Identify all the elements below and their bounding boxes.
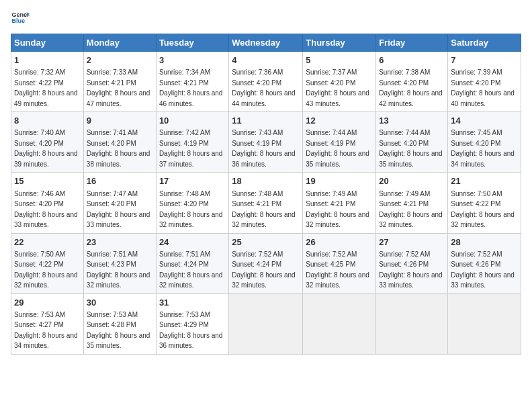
day-number: 14 xyxy=(451,115,518,127)
day-info: Sunrise: 7:53 AMSunset: 4:27 PMDaylight:… xyxy=(14,311,78,350)
weekday-header-row: SundayMondayTuesdayWednesdayThursdayFrid… xyxy=(11,34,521,52)
calendar-cell: 11Sunrise: 7:43 AMSunset: 4:19 PMDayligh… xyxy=(229,112,303,173)
weekday-header-wednesday: Wednesday xyxy=(229,34,303,52)
calendar-cell: 15Sunrise: 7:46 AMSunset: 4:20 PMDayligh… xyxy=(11,173,84,233)
calendar-cell: 18Sunrise: 7:48 AMSunset: 4:21 PMDayligh… xyxy=(229,173,303,233)
day-info: Sunrise: 7:47 AMSunset: 4:20 PMDaylight:… xyxy=(87,190,150,229)
day-number: 11 xyxy=(232,115,300,127)
calendar-cell: 22Sunrise: 7:50 AMSunset: 4:22 PMDayligh… xyxy=(11,233,84,293)
day-number: 13 xyxy=(379,115,445,127)
day-info: Sunrise: 7:32 AMSunset: 4:22 PMDaylight:… xyxy=(14,68,78,107)
day-info: Sunrise: 7:52 AMSunset: 4:24 PMDaylight:… xyxy=(232,250,296,289)
day-number: 7 xyxy=(451,54,518,66)
day-number: 20 xyxy=(379,175,445,187)
calendar-cell: 7Sunrise: 7:39 AMSunset: 4:20 PMDaylight… xyxy=(448,52,521,112)
calendar-cell: 4Sunrise: 7:36 AMSunset: 4:20 PMDaylight… xyxy=(229,52,303,112)
day-info: Sunrise: 7:52 AMSunset: 4:25 PMDaylight:… xyxy=(306,250,369,289)
day-info: Sunrise: 7:40 AMSunset: 4:20 PMDaylight:… xyxy=(14,129,78,168)
calendar-cell: 23Sunrise: 7:51 AMSunset: 4:23 PMDayligh… xyxy=(83,233,156,293)
day-number: 15 xyxy=(14,175,81,187)
calendar-cell: 5Sunrise: 7:37 AMSunset: 4:20 PMDaylight… xyxy=(303,52,376,112)
day-number: 12 xyxy=(306,115,373,127)
day-number: 19 xyxy=(306,175,373,187)
day-number: 9 xyxy=(87,115,153,127)
weekday-header-saturday: Saturday xyxy=(448,34,521,52)
day-number: 1 xyxy=(14,54,81,66)
day-number: 4 xyxy=(232,54,300,66)
day-info: Sunrise: 7:51 AMSunset: 4:23 PMDaylight:… xyxy=(87,250,150,289)
calendar-cell: 17Sunrise: 7:48 AMSunset: 4:20 PMDayligh… xyxy=(156,173,228,233)
calendar-cell: 3Sunrise: 7:34 AMSunset: 4:21 PMDaylight… xyxy=(156,52,228,112)
calendar-cell: 20Sunrise: 7:49 AMSunset: 4:21 PMDayligh… xyxy=(376,173,448,233)
calendar-cell: 29Sunrise: 7:53 AMSunset: 4:27 PMDayligh… xyxy=(11,293,84,354)
weekday-header-monday: Monday xyxy=(83,34,156,52)
day-number: 3 xyxy=(159,54,226,66)
weekday-header-thursday: Thursday xyxy=(303,34,376,52)
page-container: General Blue SundayMondayTuesdayWednesda… xyxy=(0,0,532,360)
logo-icon: General Blue xyxy=(11,8,30,27)
day-info: Sunrise: 7:53 AMSunset: 4:28 PMDaylight:… xyxy=(87,311,150,350)
day-info: Sunrise: 7:43 AMSunset: 4:19 PMDaylight:… xyxy=(232,129,296,168)
calendar-cell: 31Sunrise: 7:53 AMSunset: 4:29 PMDayligh… xyxy=(156,293,228,354)
day-info: Sunrise: 7:45 AMSunset: 4:20 PMDaylight:… xyxy=(451,129,515,168)
day-number: 30 xyxy=(87,297,153,309)
weekday-header-tuesday: Tuesday xyxy=(156,34,228,52)
calendar-cell: 2Sunrise: 7:33 AMSunset: 4:21 PMDaylight… xyxy=(83,52,156,112)
weekday-header-friday: Friday xyxy=(376,34,448,52)
day-number: 8 xyxy=(14,115,81,127)
day-info: Sunrise: 7:34 AMSunset: 4:21 PMDaylight:… xyxy=(159,68,223,107)
calendar-cell: 12Sunrise: 7:44 AMSunset: 4:19 PMDayligh… xyxy=(303,112,376,173)
header: General Blue xyxy=(11,8,521,27)
calendar-cell: 26Sunrise: 7:52 AMSunset: 4:25 PMDayligh… xyxy=(303,233,376,293)
day-info: Sunrise: 7:50 AMSunset: 4:22 PMDaylight:… xyxy=(451,190,515,229)
svg-text:Blue: Blue xyxy=(11,17,25,24)
day-info: Sunrise: 7:49 AMSunset: 4:21 PMDaylight:… xyxy=(306,190,369,229)
calendar-cell: 16Sunrise: 7:47 AMSunset: 4:20 PMDayligh… xyxy=(83,173,156,233)
day-info: Sunrise: 7:44 AMSunset: 4:20 PMDaylight:… xyxy=(379,129,443,168)
day-info: Sunrise: 7:52 AMSunset: 4:26 PMDaylight:… xyxy=(379,250,443,289)
calendar-cell: 24Sunrise: 7:51 AMSunset: 4:24 PMDayligh… xyxy=(156,233,228,293)
day-info: Sunrise: 7:48 AMSunset: 4:21 PMDaylight:… xyxy=(232,190,296,229)
day-info: Sunrise: 7:46 AMSunset: 4:20 PMDaylight:… xyxy=(14,190,78,229)
day-number: 28 xyxy=(451,236,518,248)
day-number: 17 xyxy=(159,175,226,187)
day-number: 6 xyxy=(379,54,445,66)
calendar-cell: 10Sunrise: 7:42 AMSunset: 4:19 PMDayligh… xyxy=(156,112,228,173)
weekday-header-sunday: Sunday xyxy=(11,34,84,52)
day-number: 10 xyxy=(159,115,226,127)
day-number: 31 xyxy=(159,297,226,309)
day-number: 5 xyxy=(306,54,373,66)
calendar-week-2: 8Sunrise: 7:40 AMSunset: 4:20 PMDaylight… xyxy=(11,112,521,173)
calendar-cell: 14Sunrise: 7:45 AMSunset: 4:20 PMDayligh… xyxy=(448,112,521,173)
day-info: Sunrise: 7:44 AMSunset: 4:19 PMDaylight:… xyxy=(306,129,369,168)
calendar-week-5: 29Sunrise: 7:53 AMSunset: 4:27 PMDayligh… xyxy=(11,293,521,354)
calendar-cell: 25Sunrise: 7:52 AMSunset: 4:24 PMDayligh… xyxy=(229,233,303,293)
day-number: 23 xyxy=(87,236,153,248)
day-info: Sunrise: 7:38 AMSunset: 4:20 PMDaylight:… xyxy=(379,68,443,107)
day-info: Sunrise: 7:50 AMSunset: 4:22 PMDaylight:… xyxy=(14,250,78,289)
day-number: 24 xyxy=(159,236,226,248)
day-number: 18 xyxy=(232,175,300,187)
calendar-cell xyxy=(303,293,376,354)
calendar-cell: 27Sunrise: 7:52 AMSunset: 4:26 PMDayligh… xyxy=(376,233,448,293)
day-info: Sunrise: 7:51 AMSunset: 4:24 PMDaylight:… xyxy=(159,250,223,289)
day-info: Sunrise: 7:33 AMSunset: 4:21 PMDaylight:… xyxy=(87,68,150,107)
day-number: 22 xyxy=(14,236,81,248)
calendar-cell: 28Sunrise: 7:52 AMSunset: 4:26 PMDayligh… xyxy=(448,233,521,293)
day-number: 25 xyxy=(232,236,300,248)
day-info: Sunrise: 7:42 AMSunset: 4:19 PMDaylight:… xyxy=(159,129,223,168)
day-number: 26 xyxy=(306,236,373,248)
day-number: 21 xyxy=(451,175,518,187)
calendar-cell xyxy=(448,293,521,354)
calendar-cell xyxy=(376,293,448,354)
calendar-cell: 13Sunrise: 7:44 AMSunset: 4:20 PMDayligh… xyxy=(376,112,448,173)
calendar-cell: 19Sunrise: 7:49 AMSunset: 4:21 PMDayligh… xyxy=(303,173,376,233)
day-info: Sunrise: 7:49 AMSunset: 4:21 PMDaylight:… xyxy=(379,190,443,229)
day-number: 16 xyxy=(87,175,153,187)
calendar-cell xyxy=(229,293,303,354)
calendar-cell: 21Sunrise: 7:50 AMSunset: 4:22 PMDayligh… xyxy=(448,173,521,233)
day-number: 27 xyxy=(379,236,445,248)
calendar-cell: 30Sunrise: 7:53 AMSunset: 4:28 PMDayligh… xyxy=(83,293,156,354)
calendar-table: SundayMondayTuesdayWednesdayThursdayFrid… xyxy=(11,34,521,355)
calendar-cell: 9Sunrise: 7:41 AMSunset: 4:20 PMDaylight… xyxy=(83,112,156,173)
